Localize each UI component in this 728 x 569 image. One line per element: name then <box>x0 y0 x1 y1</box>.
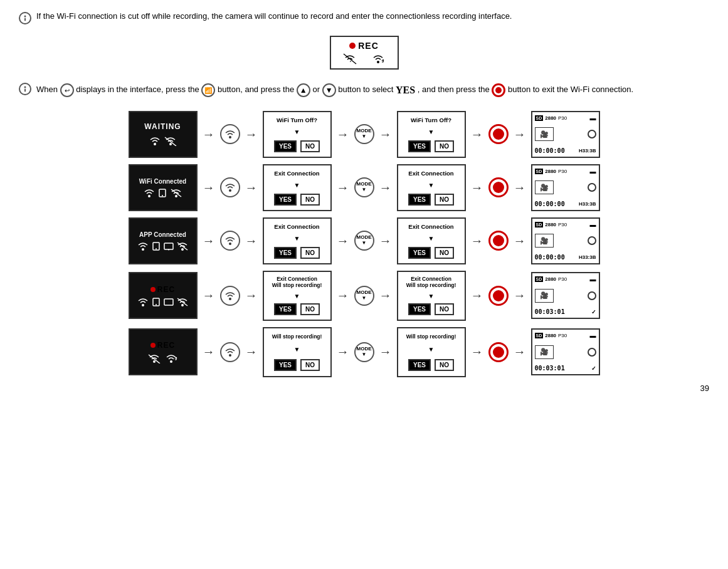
ok-button-4[interactable] <box>488 286 509 306</box>
yes-btn-1a[interactable]: YES <box>274 140 297 152</box>
app-connected-label: APP Connected <box>139 231 186 238</box>
menu-buttons-3b: YES NO <box>408 247 454 259</box>
arrow-5a: → <box>200 345 218 359</box>
wifi-button-5[interactable] <box>220 342 240 362</box>
final-bottom-2: 00:00:00 H33:3B <box>535 201 596 207</box>
ok-btn-inner-2 <box>493 182 504 193</box>
time-display-5: 00:03:01 <box>535 365 565 372</box>
fps-text-3: P30 <box>558 222 567 227</box>
no-btn-1a[interactable]: NO <box>300 140 320 152</box>
menu-arrow-3b: ▼ <box>428 235 435 242</box>
wifi-button-2[interactable] <box>220 177 240 197</box>
menu-screen-3b: Exit Connection ▼ YES NO <box>397 217 466 264</box>
res-text-2: 2880 <box>545 169 556 174</box>
top-note: If the Wi-Fi connection is cut off while… <box>19 11 709 24</box>
wifi-conn-icon <box>144 189 155 197</box>
arrow-2f: → <box>511 180 529 195</box>
arrow-4c: → <box>334 288 352 303</box>
fps-text-2: P30 <box>558 169 567 174</box>
note1-text: If the Wi-Fi connection is cut off while… <box>36 11 512 21</box>
menu-title-2a: Exit Connection <box>274 170 319 177</box>
tablet-icon-4 <box>164 298 174 306</box>
rec-state-top-5: REC <box>150 341 175 350</box>
ok-button-2[interactable] <box>488 177 509 197</box>
ok-button-3[interactable] <box>488 231 509 251</box>
menu-buttons-4b: YES NO <box>408 303 454 315</box>
menu-title-3a: Exit Connection <box>274 223 319 230</box>
no-btn-4a[interactable]: NO <box>300 303 320 315</box>
yes-btn-5b[interactable]: YES <box>408 359 431 371</box>
mode-button-5[interactable]: MODE▼ <box>354 342 374 362</box>
no-btn-1b[interactable]: NO <box>435 140 454 152</box>
svg-point-18 <box>156 248 157 249</box>
yes-btn-3a[interactable]: YES <box>274 247 297 259</box>
menu-screen-3a: Exit Connection ▼ YES NO <box>263 217 332 264</box>
menu-arrow-5b: ▼ <box>428 346 435 353</box>
svg-point-6 <box>154 143 156 145</box>
yes-btn-2b[interactable]: YES <box>408 194 431 206</box>
menu-title-3b: Exit Connection <box>408 223 453 230</box>
yes-btn-5a[interactable]: YES <box>274 359 297 371</box>
arrow-3c: → <box>334 234 352 248</box>
fps-text-1: P30 <box>558 115 567 121</box>
svg-point-16 <box>142 248 144 251</box>
no-btn-5b[interactable]: NO <box>435 359 454 371</box>
no-btn-2a[interactable]: NO <box>300 194 320 206</box>
wifi-button-1[interactable] <box>220 124 240 144</box>
menu-buttons-1a: YES NO <box>274 140 320 152</box>
arrow-4b: → <box>243 288 260 303</box>
rec-conn-icons <box>137 298 189 306</box>
yes-btn-1b[interactable]: YES <box>408 140 431 152</box>
arrow-1a: → <box>200 127 218 142</box>
menu-arrow-4b: ▼ <box>428 293 435 300</box>
mode-button-1[interactable]: MODE▼ <box>354 124 374 144</box>
inline-ok-btn <box>492 83 505 97</box>
mode-button-3[interactable]: MODE▼ <box>354 231 374 251</box>
wifi-button-4[interactable] <box>220 286 240 306</box>
yes-label-inline: YES <box>396 85 415 95</box>
final-mid-3: 🎥 <box>535 234 596 248</box>
menu-buttons-5a: YES NO <box>274 359 320 371</box>
res-text-1: 2880 <box>545 115 556 121</box>
arrow-5e: → <box>468 345 486 359</box>
sd-badge-2: SD <box>535 169 544 174</box>
arrow-5c: → <box>334 345 352 359</box>
menu-buttons-2a: YES NO <box>274 194 320 206</box>
svg-point-3 <box>377 61 379 63</box>
arrow-1c: → <box>334 127 352 142</box>
svg-point-10 <box>148 195 150 197</box>
arrow-2a: → <box>200 180 218 195</box>
diagram-row-5: REC <box>129 327 600 377</box>
yes-btn-4b[interactable]: YES <box>408 303 431 315</box>
no-btn-3b[interactable]: NO <box>435 247 454 259</box>
tick-mark-4: ✓ <box>591 309 596 315</box>
no-btn-4b[interactable]: NO <box>435 303 454 315</box>
wifi-button-3[interactable] <box>220 231 240 251</box>
svg-point-4 <box>24 86 26 88</box>
ok-button-5[interactable] <box>488 342 509 362</box>
waiting-label: WAITING <box>144 122 181 131</box>
wifi-conn-icon-3 <box>137 242 149 251</box>
yes-btn-3b[interactable]: YES <box>408 247 431 259</box>
fps-text-5: P30 <box>558 333 567 338</box>
time-display-1: 00:00:00 <box>535 147 565 154</box>
cam-mode-icon-3: ▬ <box>590 221 596 228</box>
final-mid-4: 🎥 <box>535 289 596 303</box>
mode-button-2[interactable]: MODE▼ <box>354 177 374 197</box>
no-btn-2b[interactable]: NO <box>435 194 454 206</box>
menu-screen-1b: WiFi Turn Off? ▼ YES NO <box>397 111 466 158</box>
final-bottom-1: 00:00:00 H33:3B <box>535 147 596 154</box>
yes-btn-2a[interactable]: YES <box>274 194 297 206</box>
ok-btn-inner-5 <box>493 347 504 358</box>
ok-btn-inner-4 <box>493 290 504 301</box>
menu-screen-4a: Exit ConnectionWill stop recording! ▼ YE… <box>263 271 332 321</box>
yes-btn-4a[interactable]: YES <box>274 303 297 315</box>
no-btn-5a[interactable]: NO <box>300 359 320 371</box>
menu-title-5b: Will stop recording! <box>406 333 456 340</box>
mode-button-4[interactable]: MODE▼ <box>354 286 374 306</box>
no-btn-3a[interactable]: NO <box>300 247 320 259</box>
rec-disconn-icons <box>147 353 179 363</box>
svg-point-24 <box>142 304 144 306</box>
menu-buttons-2b: YES NO <box>408 194 454 206</box>
ok-button-1[interactable] <box>488 124 509 144</box>
